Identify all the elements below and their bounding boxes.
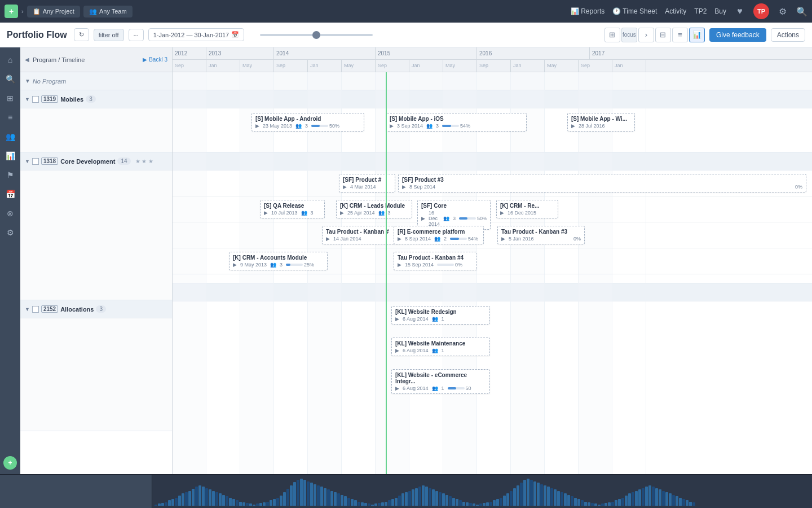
task-mobile-win[interactable]: [S] Mobile App - Wi... ▶ 28 Jul 2016 bbox=[567, 113, 635, 132]
members-icon-sfc: 👥 bbox=[443, 216, 449, 221]
minimap-bar bbox=[290, 485, 293, 506]
search-icon[interactable]: 🔍 bbox=[796, 6, 807, 17]
sidebar-gantt-icon[interactable]: 📊 bbox=[2, 148, 18, 164]
mobiles-checkbox[interactable] bbox=[32, 96, 39, 103]
task-kl-redesign[interactable]: [KL] Website Redesign ▶ 6 Aug 2014 👥1 bbox=[391, 306, 490, 325]
sidebar-home-icon[interactable]: ⌂ bbox=[2, 52, 18, 68]
task-crm-accounts[interactable]: [K] CRM - Accounts Module ▶ 9 May 2013 👥… bbox=[229, 252, 328, 270]
minimap-bar bbox=[165, 502, 167, 506]
minimap-bar bbox=[307, 481, 310, 506]
minimap-bar bbox=[456, 499, 458, 506]
task-crm-re-date: 16 Dec 2015 bbox=[508, 210, 536, 216]
month-sep14: Sep bbox=[376, 60, 409, 72]
actions-button[interactable]: Actions bbox=[771, 28, 805, 42]
sidebar-settings-icon[interactable]: ⚙ bbox=[2, 225, 18, 240]
nav-left: + › 📋 Any Project 👥 Any Team bbox=[5, 5, 567, 18]
core-dev-checkbox[interactable] bbox=[32, 158, 39, 165]
month-may16: May bbox=[545, 60, 579, 72]
app-logo[interactable]: + bbox=[5, 5, 18, 18]
sidebar-add-icon[interactable]: + bbox=[3, 456, 17, 470]
tp2-link[interactable]: TP2 bbox=[694, 7, 707, 15]
settings-icon[interactable]: ⚙ bbox=[777, 6, 788, 17]
sidebar-search-icon[interactable]: 🔍 bbox=[2, 71, 18, 87]
minimap-bar bbox=[635, 491, 638, 506]
sidebar-flag-icon[interactable]: ⚑ bbox=[2, 167, 18, 183]
task-tau-kanban3[interactable]: Tau Product - Kanban #3 ▶ 5 Jan 2016 0% bbox=[497, 226, 585, 244]
sidebar-list-icon[interactable]: ≡ bbox=[2, 110, 18, 125]
core-dev-row3: Tau Product - Kanban # ▶ 14 Jan 2014 [R]… bbox=[173, 222, 812, 248]
minimap-bar bbox=[628, 493, 631, 506]
task-qa-release[interactable]: [S] QA Release ▶ 10 Jul 2013 👥3 bbox=[260, 200, 325, 218]
minimap-bar bbox=[503, 496, 506, 506]
task-crm-leads[interactable]: [K] CRM - Leads Module ▶ 25 Apr 2014 👥3 bbox=[336, 200, 412, 218]
task-kl-maintenance[interactable]: [KL] Website Maintenance ▶ 6 Aug 2014 👥1 bbox=[391, 338, 490, 356]
focus-button[interactable]: focus bbox=[621, 28, 637, 42]
zoom-slider-thumb[interactable] bbox=[312, 31, 320, 39]
task-crm-re[interactable]: [K] CRM - Re... ▶ 16 Dec 2015 bbox=[496, 200, 558, 218]
minimap-bar bbox=[158, 503, 161, 506]
task-sf-product[interactable]: [SF] Product # ▶ 4 Mar 2014 bbox=[339, 174, 395, 192]
calendar-icon[interactable]: 📅 bbox=[231, 31, 239, 38]
minimap-bar bbox=[523, 480, 526, 506]
card-view-button[interactable]: ⊞ bbox=[604, 28, 620, 42]
more-options-button[interactable]: ··· bbox=[129, 29, 144, 41]
sidebar-layers-icon[interactable]: ⊗ bbox=[2, 205, 18, 221]
no-program-collapse[interactable]: ▼ bbox=[25, 78, 30, 84]
sidebar-apps-icon[interactable]: ⊞ bbox=[2, 90, 18, 106]
refresh-button[interactable]: ↻ bbox=[74, 28, 89, 41]
task-mobile-win-date: 28 Jul 2016 bbox=[579, 123, 605, 129]
task-ecommerce[interactable]: [R] E-commerce platform ▶ 8 Sep 2014 👥2 … bbox=[394, 226, 484, 244]
give-feedback-button[interactable]: Give feedback bbox=[709, 28, 766, 42]
minimap-bar bbox=[395, 498, 398, 506]
table-view-button[interactable]: ⊟ bbox=[655, 28, 671, 42]
buy-link[interactable]: Buy bbox=[714, 7, 726, 15]
play-icon-tau3: ▶ bbox=[501, 236, 505, 242]
activity-link[interactable]: Activity bbox=[665, 7, 686, 15]
core-dev-collapse-btn[interactable]: ▼ bbox=[25, 159, 30, 164]
reports-link[interactable]: 📊 Reports bbox=[571, 7, 604, 15]
backlog-button[interactable]: ▶ Backl 3 bbox=[143, 56, 167, 63]
any-team-btn[interactable]: 👥 Any Team bbox=[83, 6, 133, 17]
any-project-btn[interactable]: 📋 Any Project bbox=[27, 6, 80, 17]
gantt-view-button[interactable]: 📊 bbox=[689, 28, 705, 42]
next-view-button[interactable]: › bbox=[638, 28, 654, 42]
left-arrow-icon[interactable]: ◀ bbox=[25, 56, 29, 63]
task-ecommerce-meta: ▶ 8 Sep 2014 👥2 54% bbox=[398, 236, 480, 242]
task-sf-product3[interactable]: [SF] Product #3 ▶ 8 Sep 2014 0% bbox=[398, 174, 806, 192]
minimap-bar bbox=[554, 489, 557, 506]
task-crm-leads-date: 25 Apr 2014 bbox=[347, 210, 375, 216]
mobiles-name: Mobiles bbox=[60, 96, 83, 103]
minimap-bar bbox=[432, 489, 435, 506]
task-mobile-android[interactable]: [S] Mobile App - Android ▶ 23 May 2013 👥… bbox=[251, 113, 364, 132]
minimap-bar bbox=[219, 493, 222, 506]
task-mobile-ios[interactable]: [S] Mobile App - iOS ▶ 3 Sep 2014 👥3 54% bbox=[386, 113, 527, 132]
minimap-bar bbox=[510, 491, 513, 506]
sidebar-calendar-icon[interactable]: 📅 bbox=[2, 186, 18, 202]
timesheet-link[interactable]: 🕐 Time Sheet bbox=[612, 7, 657, 15]
list-view-button[interactable]: ≡ bbox=[672, 28, 688, 42]
task-kl-maintenance-meta: ▶ 6 Aug 2014 👥1 bbox=[395, 348, 486, 353]
minimap-bar bbox=[601, 503, 604, 506]
allocations-collapse-btn[interactable]: ▼ bbox=[25, 306, 30, 312]
allocations-checkbox[interactable] bbox=[32, 306, 39, 313]
user-avatar[interactable]: TP bbox=[753, 3, 769, 19]
task-mobile-ios-title: [S] Mobile App - iOS bbox=[390, 116, 523, 122]
year-2016: 2016 bbox=[477, 47, 590, 59]
task-kl-ecommerce[interactable]: [KL] Website - eCommerce Integr... ▶ 6 A… bbox=[391, 369, 490, 394]
sidebar-users-icon[interactable]: 👥 bbox=[2, 129, 18, 144]
zoom-slider-track[interactable] bbox=[260, 34, 373, 36]
task-crm-accounts-date: 9 May 2013 bbox=[240, 262, 267, 268]
minimap-bar bbox=[239, 502, 242, 506]
minimap-bar bbox=[182, 493, 184, 506]
minimap-bar bbox=[273, 499, 276, 506]
mobiles-id-badge: 1319 bbox=[41, 95, 58, 103]
nav-expand-arrow[interactable]: › bbox=[21, 8, 24, 15]
minimap-bar bbox=[229, 498, 232, 506]
task-tau-kanban4[interactable]: Tau Product - Kanban #4 ▶ 15 Sep 2014 0% bbox=[394, 252, 477, 270]
task-tau-kanban[interactable]: Tau Product - Kanban # ▶ 14 Jan 2014 bbox=[322, 226, 401, 244]
mobiles-collapse-btn[interactable]: ▼ bbox=[25, 97, 30, 102]
minimap-chart[interactable] bbox=[152, 475, 812, 508]
heart-icon[interactable]: ♥ bbox=[734, 6, 745, 17]
filter-button[interactable]: filter off bbox=[94, 29, 124, 41]
minimap-bar bbox=[209, 489, 211, 506]
